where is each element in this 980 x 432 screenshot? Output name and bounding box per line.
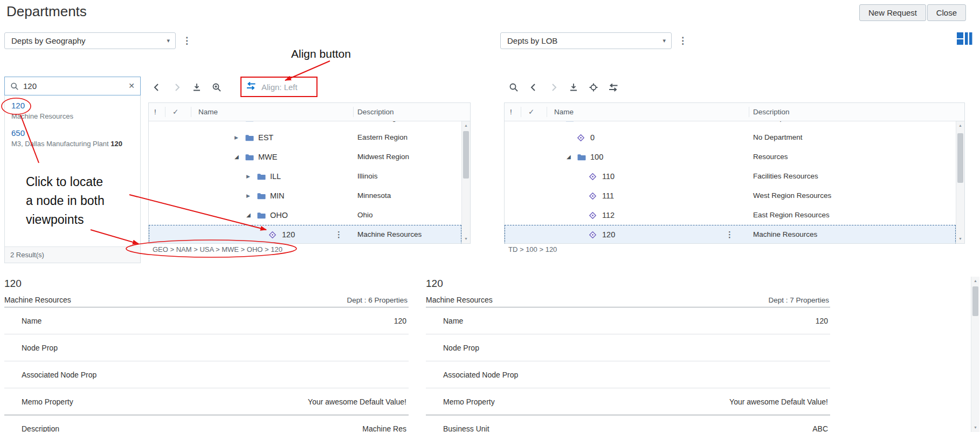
property-value[interactable]: 120: [394, 307, 406, 334]
node-description: Central Region: [357, 121, 406, 128]
tree-row[interactable]: 120⋮Machine Resources: [149, 225, 461, 243]
node-description: Ohio: [357, 205, 373, 225]
property-value[interactable]: ABC: [812, 415, 828, 432]
folder-icon: [257, 167, 266, 186]
left-tree-scrollbar[interactable]: ▲ ▼: [461, 121, 470, 243]
scrollbar-thumb[interactable]: [463, 131, 469, 179]
property-row[interactable]: Associated Node Prop: [4, 361, 409, 388]
property-label: Node Prop: [443, 334, 479, 361]
tree-row[interactable]: ◢OHOOhio: [149, 205, 461, 225]
search-result-link[interactable]: 650: [11, 128, 134, 138]
annotation-line: viewpoints: [26, 210, 105, 229]
tree-row[interactable]: ◢MWEMidwest Region: [149, 147, 461, 167]
scrollbar-thumb[interactable]: [972, 286, 978, 316]
property-value[interactable]: 120: [816, 307, 828, 334]
forward-icon[interactable]: [548, 81, 559, 93]
right-tree-scrollbar[interactable]: ▲ ▼: [956, 121, 964, 243]
annotation-arrow-to-align: [285, 61, 330, 80]
search-result-link[interactable]: 120: [11, 101, 134, 110]
tree-row[interactable]: 110Facilities Resources: [505, 167, 956, 186]
leaf-node-icon: [589, 225, 596, 243]
scroll-down-icon[interactable]: ▼: [462, 235, 470, 243]
search-icon[interactable]: [508, 81, 519, 93]
property-row[interactable]: Memo PropertyYour awesome Default Value!: [426, 388, 830, 415]
search-result-description: Machine Resources: [11, 112, 134, 120]
tree-row[interactable]: 111West Region Resources: [505, 186, 956, 205]
scroll-up-icon[interactable]: ▲: [462, 122, 470, 129]
property-row[interactable]: Node Prop: [4, 334, 409, 361]
row-menu-icon[interactable]: ⋮: [726, 225, 734, 243]
align-icon[interactable]: [608, 81, 619, 93]
back-icon[interactable]: [151, 81, 162, 93]
expand-node-icon[interactable]: ▶: [234, 128, 238, 147]
tree-row[interactable]: ▶ILLIllinois: [149, 167, 461, 186]
property-row[interactable]: Name120: [4, 307, 409, 334]
page-scrollbar[interactable]: ▲ ▼: [971, 277, 979, 432]
clear-search-icon[interactable]: ✕: [128, 77, 135, 95]
property-row[interactable]: Name120: [426, 307, 830, 334]
search-result-description: M3, Dallas Manufacturing Plant 120: [11, 140, 134, 148]
search-input[interactable]: 120 ✕: [4, 77, 141, 95]
tree-row[interactable]: ◢100Resources: [505, 147, 956, 167]
back-icon[interactable]: [528, 81, 539, 93]
tree-row[interactable]: ▶CENCentral Region: [149, 121, 461, 128]
folder-icon: [245, 121, 254, 128]
right-viewpoint-menu-icon[interactable]: ⋮: [678, 34, 687, 48]
scroll-down-icon[interactable]: ▼: [956, 235, 964, 243]
property-value[interactable]: Your awesome Default Value!: [729, 388, 828, 415]
close-button[interactable]: Close: [927, 4, 966, 21]
layout-columns-icon[interactable]: [956, 31, 972, 48]
left-breadcrumb: GEO > NAM > USA > MWE > OHO > 120: [153, 245, 282, 253]
leaf-node-icon: [589, 167, 596, 186]
tree-row[interactable]: ▶ESTEastern Region: [149, 128, 461, 147]
property-row[interactable]: Node Prop: [426, 334, 830, 361]
node-name: 120: [602, 225, 615, 243]
property-row[interactable]: Memo PropertyYour awesome Default Value!: [4, 388, 409, 415]
scroll-down-icon[interactable]: ▼: [971, 424, 979, 431]
scrollbar-thumb[interactable]: [957, 133, 963, 183]
property-label: Memo Property: [443, 388, 495, 415]
tree-row[interactable]: ◢TDTotal Department: [505, 121, 956, 128]
property-row[interactable]: Business UnitABC: [426, 415, 830, 432]
property-label: Description: [22, 415, 59, 432]
right-viewpoint-select[interactable]: Depts by LOB ▾: [500, 32, 672, 49]
node-description: East Region Resources: [753, 205, 830, 225]
new-request-button[interactable]: New Request: [859, 4, 926, 21]
forward-icon[interactable]: [171, 81, 182, 93]
find-in-viewpoint-icon[interactable]: [211, 81, 222, 93]
expand-node-icon[interactable]: ▶: [234, 121, 238, 128]
tree-row[interactable]: 0No Department: [505, 128, 956, 147]
tree-row[interactable]: 112East Region Resources: [505, 205, 956, 225]
left-viewpoint-select[interactable]: Depts by Geography ▾: [4, 32, 176, 49]
node-name: MIN: [270, 186, 285, 205]
annotation-line: a node in both: [26, 191, 105, 210]
search-result-item[interactable]: 120Machine Resources: [5, 97, 140, 124]
folder-icon: [257, 205, 266, 225]
expand-node-icon[interactable]: ▶: [246, 186, 250, 205]
node-name: ILL: [270, 167, 281, 186]
node-name: 120: [282, 225, 295, 243]
row-menu-icon[interactable]: ⋮: [335, 225, 343, 243]
expand-node-icon[interactable]: ▶: [246, 167, 250, 186]
collapse-node-icon[interactable]: ◢: [234, 147, 239, 167]
collapse-node-icon[interactable]: ◢: [567, 147, 571, 167]
align-button[interactable]: Align: Left: [246, 79, 298, 95]
property-value[interactable]: Your awesome Default Value!: [308, 388, 406, 415]
scroll-up-icon[interactable]: ▲: [971, 277, 979, 285]
property-row[interactable]: Associated Node Prop: [426, 361, 830, 388]
property-row[interactable]: DescriptionMachine Res: [4, 415, 409, 432]
download-icon[interactable]: [568, 81, 579, 93]
search-result-item[interactable]: 650M3, Dallas Manufacturing Plant 120: [5, 124, 140, 152]
left-viewpoint-menu-icon[interactable]: ⋮: [182, 34, 191, 48]
tree-row[interactable]: 120⋮Machine Resources: [505, 225, 956, 243]
folder-icon: [577, 147, 586, 167]
tree-row[interactable]: ▶MINMinnesota: [149, 186, 461, 205]
collapse-node-icon[interactable]: ◢: [246, 205, 251, 225]
property-label: Associated Node Prop: [22, 361, 96, 388]
download-icon[interactable]: [191, 81, 202, 93]
node-description: Machine Resources: [753, 225, 817, 243]
scroll-up-icon[interactable]: ▲: [956, 122, 964, 129]
property-value[interactable]: Machine Res: [362, 415, 406, 432]
collapse-node-icon[interactable]: ◢: [555, 121, 559, 128]
locate-node-icon[interactable]: [588, 81, 599, 93]
